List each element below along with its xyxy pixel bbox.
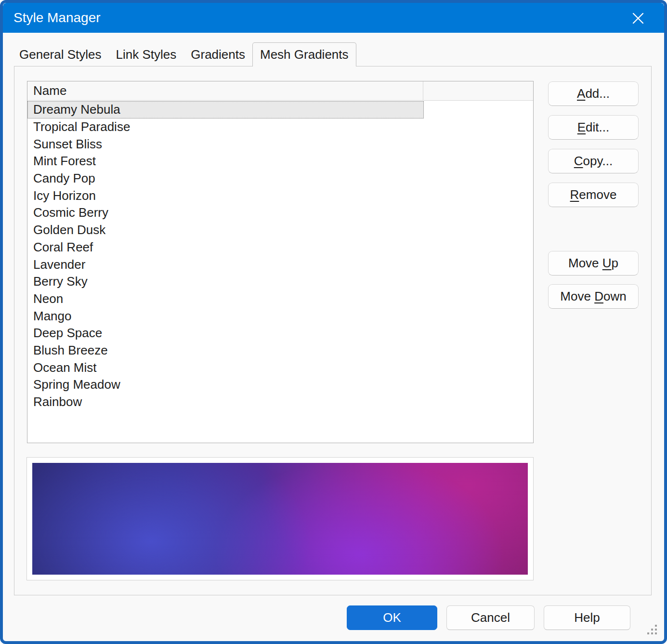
grip-dot: [655, 629, 657, 631]
list-item[interactable]: Golden Dusk: [27, 222, 533, 239]
grip-dot: [647, 632, 649, 634]
list-item[interactable]: Tropical Paradise: [27, 118, 533, 136]
list-item[interactable]: Candy Pop: [27, 170, 533, 187]
edit-button[interactable]: Edit...: [548, 115, 639, 140]
list-item[interactable]: Neon: [27, 290, 533, 308]
gradient-preview-frame: [26, 457, 534, 580]
list-item[interactable]: Rainbow: [27, 394, 533, 411]
ok-button[interactable]: OK: [347, 605, 437, 630]
grip-dot: [655, 625, 657, 627]
tab-gradients[interactable]: Gradients: [183, 42, 252, 66]
move-up-button-label: p: [612, 256, 618, 271]
list-item[interactable]: Coral Reef: [27, 239, 533, 256]
tab-link-styles[interactable]: Link Styles: [109, 42, 184, 66]
remove-button-label: R: [570, 187, 579, 202]
remove-button-label: emove: [579, 187, 616, 202]
list-item[interactable]: Deep Space: [27, 325, 533, 342]
tab-general-styles[interactable]: General Styles: [12, 42, 109, 66]
move-up-button-label: Move: [568, 256, 602, 271]
move-down-button-label: D: [594, 289, 603, 304]
list-body: Dreamy NebulaTropical ParadiseSunset Bli…: [27, 101, 533, 443]
close-button[interactable]: [628, 9, 648, 28]
move-down-button-label: Move: [560, 289, 594, 304]
grip-dot: [655, 632, 657, 634]
window-title: Style Manager: [13, 3, 101, 33]
resize-grip[interactable]: [647, 625, 658, 635]
gradient-preview: [32, 463, 528, 575]
side-buttons-top: Add...Edit...Copy...Remove: [548, 81, 639, 207]
list-item[interactable]: Cosmic Berry: [27, 204, 533, 222]
edit-button-label: E: [577, 120, 586, 135]
list-item[interactable]: Sunset Bliss: [27, 135, 533, 153]
title-bar: Style Manager: [3, 3, 664, 33]
list-item[interactable]: Spring Meadow: [27, 376, 533, 394]
close-icon: [631, 11, 645, 26]
copy-button-label: C: [574, 154, 583, 169]
list-item[interactable]: Mango: [27, 307, 533, 325]
list-item[interactable]: Ocean Mist: [27, 359, 533, 376]
move-up-button-label: U: [602, 256, 612, 271]
tab-bar: General StylesLink StylesGradientsMesh G…: [12, 42, 356, 66]
copy-button[interactable]: Copy...: [548, 149, 639, 173]
side-buttons-bottom: Move UpMove Down: [548, 251, 639, 309]
list-item[interactable]: Blush Breeze: [27, 342, 533, 359]
remove-button[interactable]: Remove: [548, 183, 639, 207]
move-down-button[interactable]: Move Down: [548, 284, 639, 309]
move-down-button-label: own: [603, 289, 627, 304]
help-button[interactable]: Help: [544, 605, 630, 630]
edit-button-label: dit...: [586, 120, 609, 135]
gradient-list: Name Dreamy NebulaTropical ParadiseSunse…: [27, 81, 534, 443]
add-button-label: A: [577, 86, 585, 101]
list-item[interactable]: Icy Horizon: [27, 187, 533, 204]
add-button[interactable]: Add...: [548, 81, 639, 106]
list-item[interactable]: Mint Forest: [27, 153, 533, 170]
style-manager-dialog: Style Manager General StylesLink StylesG…: [0, 0, 667, 644]
cancel-button[interactable]: Cancel: [446, 605, 535, 630]
move-up-button[interactable]: Move Up: [548, 251, 639, 276]
dialog-buttons: OKCancelHelp: [347, 605, 630, 630]
grip-dot: [651, 632, 653, 634]
list-item[interactable]: Berry Sky: [27, 273, 533, 290]
column-header-name[interactable]: Name: [27, 81, 423, 100]
add-button-label: dd...: [585, 86, 610, 101]
copy-button-label: opy...: [583, 154, 613, 169]
list-item[interactable]: Lavender: [27, 256, 533, 273]
tab-mesh-gradients[interactable]: Mesh Gradients: [252, 42, 356, 66]
grip-dot: [651, 629, 653, 631]
list-item[interactable]: Dreamy Nebula: [27, 101, 424, 118]
list-header: Name: [27, 81, 533, 101]
